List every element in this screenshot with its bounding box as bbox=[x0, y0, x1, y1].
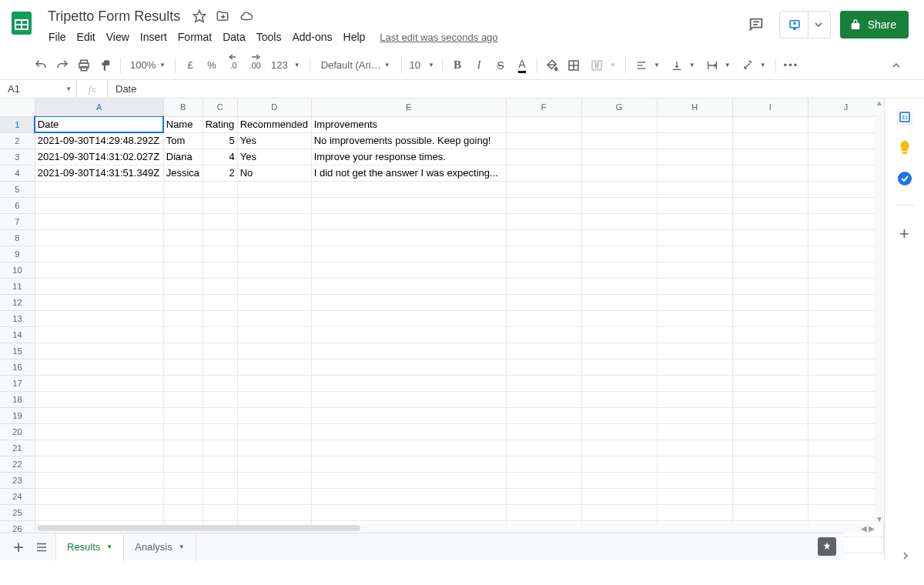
menu-file[interactable]: File bbox=[43, 28, 72, 46]
cell-B7[interactable] bbox=[163, 213, 203, 229]
cell-E18[interactable] bbox=[311, 391, 506, 407]
cell-D21[interactable] bbox=[237, 440, 311, 456]
cell-D3[interactable]: Yes bbox=[237, 149, 311, 165]
cell-B23[interactable] bbox=[163, 472, 203, 488]
cell-E5[interactable] bbox=[311, 181, 506, 197]
cell-I3[interactable] bbox=[732, 149, 808, 165]
print-button[interactable] bbox=[74, 55, 94, 75]
cell-A7[interactable] bbox=[35, 213, 163, 229]
column-header-C[interactable]: C bbox=[203, 99, 237, 116]
cell-H10[interactable] bbox=[657, 262, 732, 278]
cell-D25[interactable] bbox=[237, 504, 311, 520]
menu-data[interactable]: Data bbox=[217, 28, 251, 46]
cell-F10[interactable] bbox=[506, 262, 581, 278]
cell-B10[interactable] bbox=[163, 262, 203, 278]
cell-G16[interactable] bbox=[581, 359, 657, 375]
cell-H24[interactable] bbox=[657, 488, 732, 504]
cell-G22[interactable] bbox=[581, 456, 657, 472]
cell-F13[interactable] bbox=[506, 310, 581, 326]
cell-A23[interactable] bbox=[35, 472, 163, 488]
present-button[interactable] bbox=[779, 11, 831, 38]
cell-C21[interactable] bbox=[203, 440, 237, 456]
cell-J10[interactable] bbox=[808, 262, 883, 278]
add-sheet-button[interactable]: + bbox=[0, 533, 28, 561]
cell-B11[interactable] bbox=[163, 278, 203, 294]
row-header-14[interactable]: 14 bbox=[0, 326, 35, 343]
cell-D9[interactable] bbox=[237, 246, 311, 262]
column-header-B[interactable]: B bbox=[163, 99, 203, 116]
paint-format-button[interactable] bbox=[95, 55, 116, 75]
cell-D13[interactable] bbox=[237, 310, 311, 326]
row-header-19[interactable]: 19 bbox=[0, 407, 35, 423]
hide-side-panel-button[interactable] bbox=[899, 550, 912, 562]
horizontal-align-button[interactable]: ▼ bbox=[631, 55, 665, 75]
cell-F14[interactable] bbox=[506, 326, 581, 343]
more-tools-button[interactable]: ••• bbox=[781, 55, 802, 75]
cell-C15[interactable] bbox=[203, 343, 237, 359]
cell-A10[interactable] bbox=[35, 262, 163, 278]
cell-D1[interactable]: Recommended bbox=[237, 116, 311, 132]
cell-G10[interactable] bbox=[581, 262, 657, 278]
cell-G23[interactable] bbox=[581, 472, 657, 488]
move-icon[interactable] bbox=[216, 9, 229, 23]
cell-A5[interactable] bbox=[35, 181, 163, 197]
cell-B2[interactable]: Tom bbox=[163, 132, 203, 149]
cell-H11[interactable] bbox=[657, 278, 732, 294]
cell-F8[interactable] bbox=[506, 229, 581, 246]
cell-A17[interactable] bbox=[35, 375, 163, 391]
cell-E3[interactable]: Improve your response times. bbox=[311, 149, 506, 165]
cell-C20[interactable] bbox=[203, 423, 237, 440]
bold-button[interactable]: B bbox=[447, 55, 467, 75]
cell-B18[interactable] bbox=[163, 391, 203, 407]
cell-E14[interactable] bbox=[311, 326, 506, 343]
cell-J25[interactable] bbox=[808, 504, 883, 520]
borders-button[interactable] bbox=[564, 55, 584, 75]
column-header-F[interactable]: F bbox=[506, 99, 581, 116]
cell-H18[interactable] bbox=[657, 391, 732, 407]
menu-tools[interactable]: Tools bbox=[251, 28, 287, 46]
row-header-13[interactable]: 13 bbox=[0, 310, 35, 326]
sheets-logo[interactable] bbox=[6, 8, 37, 38]
cell-I17[interactable] bbox=[732, 375, 808, 391]
cell-E19[interactable] bbox=[311, 407, 506, 423]
row-header-9[interactable]: 9 bbox=[0, 246, 35, 262]
cell-G25[interactable] bbox=[581, 504, 657, 520]
cell-B9[interactable] bbox=[163, 246, 203, 262]
cell-E1[interactable]: Improvements bbox=[311, 116, 506, 132]
cell-I18[interactable] bbox=[732, 391, 808, 407]
cell-J4[interactable] bbox=[808, 165, 883, 181]
cell-F7[interactable] bbox=[506, 213, 581, 229]
cell-A3[interactable]: 2021-09-30T14:31:02.027Z bbox=[35, 149, 163, 165]
cell-E17[interactable] bbox=[311, 375, 506, 391]
cell-B24[interactable] bbox=[163, 488, 203, 504]
cell-F21[interactable] bbox=[506, 440, 581, 456]
cell-I8[interactable] bbox=[732, 229, 808, 246]
cell-C19[interactable] bbox=[203, 407, 237, 423]
cell-G15[interactable] bbox=[581, 343, 657, 359]
cell-G24[interactable] bbox=[581, 488, 657, 504]
cell-C13[interactable] bbox=[203, 310, 237, 326]
cell-A19[interactable] bbox=[35, 407, 163, 423]
cell-C2[interactable]: 5 bbox=[203, 132, 237, 149]
cell-A25[interactable] bbox=[35, 504, 163, 520]
cell-J24[interactable] bbox=[808, 488, 883, 504]
merge-button[interactable]: ▼ bbox=[585, 55, 621, 75]
cell-I4[interactable] bbox=[732, 165, 808, 181]
cell-A6[interactable] bbox=[35, 197, 163, 213]
cell-G11[interactable] bbox=[581, 278, 657, 294]
column-header-A[interactable]: A bbox=[35, 99, 163, 116]
row-header-5[interactable]: 5 bbox=[0, 181, 35, 197]
cell-D4[interactable]: No bbox=[237, 165, 311, 181]
increase-decimal-button[interactable]: .00 bbox=[245, 55, 265, 75]
cell-H25[interactable] bbox=[657, 504, 732, 520]
cell-G2[interactable] bbox=[581, 132, 657, 149]
row-header-7[interactable]: 7 bbox=[0, 213, 35, 229]
cell-J14[interactable] bbox=[808, 326, 883, 343]
cell-A8[interactable] bbox=[35, 229, 163, 246]
row-header-10[interactable]: 10 bbox=[0, 262, 35, 278]
cell-H6[interactable] bbox=[657, 197, 732, 213]
star-icon[interactable] bbox=[192, 9, 206, 23]
cell-D10[interactable] bbox=[237, 262, 311, 278]
cell-G6[interactable] bbox=[581, 197, 657, 213]
cell-B12[interactable] bbox=[163, 294, 203, 310]
